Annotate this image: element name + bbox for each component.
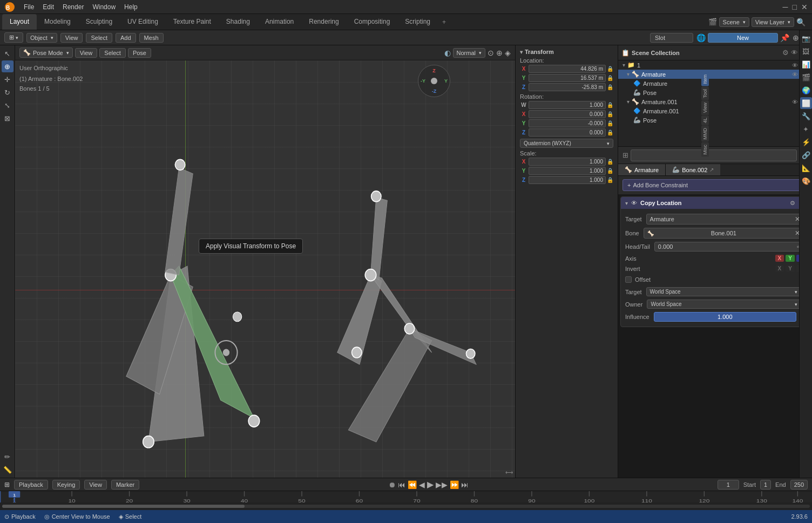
move-tool-icon[interactable]: ✛	[2, 73, 13, 85]
props-type-icon[interactable]: ⊞	[622, 151, 628, 159]
invert-y-button[interactable]: Y	[786, 265, 795, 272]
scale-tool-icon[interactable]: ⤡	[2, 99, 13, 111]
gizmo-icon[interactable]: ⊙	[488, 49, 494, 57]
scale-y-field[interactable]: 1.000	[529, 167, 606, 175]
select-tool-icon[interactable]: ↖	[2, 47, 13, 59]
jump-start-button[interactable]: ⏮	[398, 480, 405, 489]
tab-compositing[interactable]: Compositing	[347, 14, 398, 30]
playback-menu[interactable]: Playback	[14, 480, 48, 490]
outliner-item-pose[interactable]: 🦾 Pose	[618, 88, 812, 97]
constraint-settings-icon[interactable]: ⚙	[790, 200, 795, 207]
location-y-field[interactable]: 16.537 m	[529, 74, 606, 82]
search-icon[interactable]: 🔍	[796, 18, 806, 26]
outliner-visibility-icon[interactable]: 👁	[791, 49, 798, 57]
data-prop-icon[interactable]: 📐	[800, 162, 812, 174]
scale-y-lock[interactable]: 🔒	[607, 168, 613, 174]
constraint-visibility-icon[interactable]: 👁	[631, 200, 637, 206]
modifier-prop-icon[interactable]: 🔧	[800, 110, 812, 122]
timeline-view-menu[interactable]: View	[84, 480, 107, 490]
constraint-prop-icon[interactable]: 🔗	[800, 149, 812, 161]
timeline-type-icon[interactable]: ⊞	[4, 481, 10, 488]
add-workspace-button[interactable]: +	[438, 14, 450, 30]
bone-field[interactable]: 🦴 Bone.001 ✕	[644, 228, 805, 239]
x-ray-icon[interactable]: ◈	[505, 49, 511, 57]
window-close[interactable]: ✕	[801, 3, 808, 11]
measure-tool-icon[interactable]: 📏	[2, 464, 13, 476]
world-prop-icon[interactable]: 🌍	[800, 84, 812, 96]
visibility-icon[interactable]: 👁	[792, 62, 798, 69]
scene-prop-icon[interactable]: 🎬	[800, 71, 812, 83]
armature-tab[interactable]: 🦴 Armature	[618, 164, 666, 175]
offset-checkbox[interactable]	[625, 276, 632, 283]
invert-x-button[interactable]: X	[775, 265, 784, 272]
viewport[interactable]: User Orthographic (1) Armature : Bone.00…	[15, 60, 515, 478]
rotation-y-lock[interactable]: 🔒	[607, 120, 613, 126]
end-frame-field[interactable]: 250	[790, 480, 808, 490]
keying-menu[interactable]: Keying	[52, 480, 80, 490]
select-menu[interactable]: Select	[86, 33, 112, 43]
next-frame-button[interactable]: ▶▶	[436, 480, 448, 489]
axis-y-button[interactable]: Y	[786, 255, 795, 262]
pose-mode-dropdown[interactable]: 🦴 Pose Mode ▾	[19, 47, 73, 58]
tab-sculpting[interactable]: Sculpting	[78, 14, 120, 30]
tab-scripting[interactable]: Scripting	[397, 14, 438, 30]
location-z-field[interactable]: -25.83 m	[529, 83, 606, 91]
prev-keyframe-button[interactable]: ⏪	[408, 480, 417, 489]
tab-texture-paint[interactable]: Texture Paint	[166, 14, 219, 30]
visibility-icon3[interactable]: 👁	[792, 99, 798, 105]
marker-menu[interactable]: Marker	[111, 480, 139, 490]
scale-z-field[interactable]: 1.000	[529, 176, 606, 184]
outliner-item-pose2[interactable]: 🦾 Pose	[618, 116, 812, 125]
viewport-normal-dropdown[interactable]: Normal▾	[453, 48, 485, 58]
menu-edit[interactable]: Edit	[38, 2, 58, 12]
owner-space-dropdown[interactable]: World Space ▾	[647, 300, 801, 309]
viewport-shading-icon[interactable]: ◐	[444, 49, 451, 57]
physics-prop-icon[interactable]: ⚡	[800, 136, 812, 148]
scale-x-field[interactable]: 1.000	[529, 158, 606, 166]
pose-menu-btn[interactable]: Pose	[128, 48, 151, 58]
rotation-w-lock[interactable]: 🔒	[607, 102, 613, 108]
menu-window[interactable]: Window	[88, 2, 120, 12]
next-keyframe-button[interactable]: ⏩	[450, 480, 459, 489]
target-field[interactable]: Armature ✕	[646, 214, 805, 225]
add-bone-constraint-button[interactable]: + Add Bone Constraint	[622, 179, 808, 191]
scene-dropdown[interactable]: Scene▾	[719, 17, 749, 27]
view-layer-prop-icon[interactable]: 📊	[800, 58, 812, 70]
outliner-item-armature2-mesh[interactable]: 🔷 Armature.001	[618, 106, 812, 116]
tab-shading[interactable]: Shading	[219, 14, 258, 30]
prev-frame-button[interactable]: ◀	[419, 480, 425, 489]
mesh-menu[interactable]: Mesh	[139, 33, 164, 43]
scale-x-lock[interactable]: 🔒	[607, 159, 613, 165]
annotate-tool-icon[interactable]: ✏	[2, 451, 13, 463]
window-minimize[interactable]: ─	[783, 3, 788, 11]
tab-animation[interactable]: Animation	[258, 14, 301, 30]
menu-file[interactable]: File	[19, 2, 38, 12]
influence-field[interactable]: 1.000	[654, 312, 796, 322]
tab-rendering[interactable]: Rendering	[301, 14, 346, 30]
rotation-x-field[interactable]: 0.000	[529, 110, 606, 118]
start-frame-field[interactable]: 1	[760, 480, 771, 490]
location-x-lock[interactable]: 🔒	[607, 66, 613, 72]
jump-end-button[interactable]: ⏭	[461, 480, 469, 489]
outliner-item-armature2[interactable]: ▾ 🦴 Armature.001 👁 📷	[618, 97, 812, 106]
rotation-z-lock[interactable]: 🔒	[607, 130, 613, 135]
select-menu-btn[interactable]: Select	[99, 48, 126, 58]
add-menu[interactable]: Add	[116, 33, 136, 43]
timeline-scrollbar[interactable]	[0, 502, 812, 510]
view-menu-btn[interactable]: View	[75, 48, 98, 58]
visibility-icon2[interactable]: 👁	[792, 71, 798, 78]
tab-uv-editing[interactable]: UV Editing	[120, 14, 166, 30]
record-button[interactable]: ⏺	[388, 480, 396, 489]
editor-type-button[interactable]: ⊞ ▾	[4, 32, 23, 43]
render-prop-icon[interactable]: 📷	[800, 32, 812, 44]
slot-field[interactable]: Slot	[650, 33, 693, 43]
properties-search[interactable]	[631, 150, 797, 161]
location-z-lock[interactable]: 🔒	[607, 84, 613, 90]
current-frame-field[interactable]: 1	[718, 480, 739, 490]
tab-layout[interactable]: Layout	[2, 14, 37, 30]
location-x-field[interactable]: 44.826 m	[529, 65, 606, 73]
location-y-lock[interactable]: 🔒	[607, 75, 613, 81]
window-maximize[interactable]: □	[793, 3, 797, 11]
rotation-y-field[interactable]: -0.000	[529, 119, 606, 127]
new-button[interactable]: New	[708, 33, 778, 43]
